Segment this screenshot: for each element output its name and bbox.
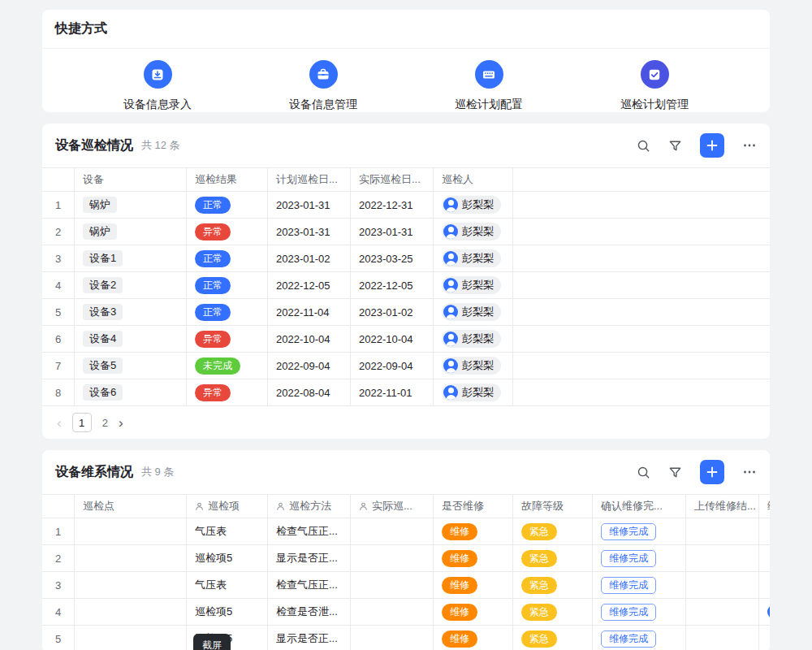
- device-cell[interactable]: 锅炉: [75, 192, 187, 218]
- table-row[interactable]: 2 巡检项5 显示是否正... 维修 紧急 维修完成: [42, 545, 770, 572]
- upload-cell[interactable]: [686, 572, 759, 598]
- plan-date-cell[interactable]: 2023-01-31: [268, 219, 351, 245]
- result-cell[interactable]: 异常: [187, 326, 268, 352]
- result-cell[interactable]: 异常: [187, 379, 268, 405]
- plan-date-cell[interactable]: 2023-01-02: [268, 245, 351, 271]
- actual-date-cell[interactable]: 2022-11-01: [351, 379, 434, 405]
- table-row[interactable]: 5 设备3 正常 2022-11-04 2023-01-02 彭梨梨: [42, 299, 770, 326]
- table-row[interactable]: 1 气压表 检查气压正... 维修 紧急 维修完成: [42, 518, 770, 545]
- repair-cell[interactable]: 维修: [434, 599, 513, 625]
- level-cell[interactable]: 紧急: [513, 572, 593, 598]
- shortcut-plan-manage[interactable]: 巡检计划管理: [572, 60, 737, 112]
- plan-date-cell[interactable]: 2022-10-04: [268, 326, 351, 352]
- level-cell[interactable]: 紧急: [513, 545, 593, 571]
- result-cell[interactable]: 未完成: [187, 353, 268, 379]
- device-cell[interactable]: 设备6: [75, 379, 187, 405]
- result-cell[interactable]: 正常: [187, 192, 268, 218]
- plan-date-cell[interactable]: 2022-11-04: [268, 299, 351, 325]
- point-cell[interactable]: [75, 626, 187, 650]
- column-header-actual-date[interactable]: 实际巡检日...: [351, 168, 434, 191]
- cut-cell[interactable]: [759, 572, 770, 598]
- column-header-level[interactable]: 故障等级: [513, 495, 593, 518]
- repair-cell[interactable]: 维修: [434, 626, 513, 650]
- actual-date-cell[interactable]: 2023-03-25: [351, 245, 434, 271]
- search-icon[interactable]: [637, 466, 650, 479]
- point-cell[interactable]: [75, 545, 187, 571]
- result-cell[interactable]: 正常: [187, 299, 268, 325]
- column-header-point[interactable]: 巡检点: [75, 495, 187, 518]
- table-row[interactable]: 7 设备5 未完成 2022-09-04 2022-09-04 彭梨梨: [42, 353, 770, 379]
- pagination-next-icon[interactable]: ›: [119, 416, 123, 430]
- column-header-device[interactable]: 设备: [75, 168, 187, 191]
- table-row[interactable]: 4 巡检项5 检查是否泄... 维修 紧急 维修完成: [42, 599, 770, 626]
- column-header-plan-date[interactable]: 计划巡检日...: [268, 168, 351, 191]
- confirm-repair-button[interactable]: 维修完成: [601, 523, 656, 540]
- person-cell[interactable]: 彭梨梨: [434, 192, 513, 218]
- plan-date-cell[interactable]: 2023-01-31: [268, 192, 351, 218]
- actual-cell[interactable]: [351, 572, 434, 598]
- confirm-repair-button[interactable]: 维修完成: [601, 577, 656, 594]
- confirm-cell[interactable]: 维修完成: [593, 599, 686, 625]
- add-record-button[interactable]: [700, 133, 724, 158]
- item-cell[interactable]: 气压表: [187, 518, 268, 544]
- plan-date-cell[interactable]: 2022-08-04: [268, 379, 351, 405]
- repair-cell[interactable]: 维修: [434, 545, 513, 571]
- confirm-cell[interactable]: 维修完成: [593, 572, 686, 598]
- actual-cell[interactable]: [351, 599, 434, 625]
- confirm-repair-button[interactable]: 维修完成: [601, 604, 656, 621]
- method-cell[interactable]: 检查气压正...: [268, 572, 351, 598]
- confirm-cell[interactable]: 维修完成: [593, 518, 686, 544]
- actual-date-cell[interactable]: 2022-12-05: [351, 272, 434, 298]
- level-cell[interactable]: 紧急: [513, 599, 593, 625]
- confirm-repair-button[interactable]: 维修完成: [601, 550, 656, 567]
- item-cell[interactable]: 巡检项5: [187, 545, 268, 571]
- actual-date-cell[interactable]: 2023-01-31: [351, 219, 434, 245]
- table-row[interactable]: 5 巡检项5 显示是否正... 维修 紧急 维修完成: [42, 626, 770, 650]
- person-cell[interactable]: 彭梨梨: [434, 245, 513, 271]
- add-record-button[interactable]: [700, 460, 724, 484]
- column-header-repair[interactable]: 是否维修: [434, 495, 513, 518]
- table-row[interactable]: 4 设备2 正常 2022-12-05 2022-12-05 彭梨梨: [42, 272, 770, 299]
- actual-date-cell[interactable]: 2022-09-04: [351, 353, 434, 379]
- point-cell[interactable]: [75, 572, 187, 598]
- pagination-page-2[interactable]: 2: [102, 417, 108, 429]
- item-cell[interactable]: 巡检项5: [187, 599, 268, 625]
- table-row[interactable]: 6 设备4 异常 2022-10-04 2022-10-04 彭梨梨: [42, 326, 770, 353]
- column-header-result[interactable]: 巡检结果: [187, 168, 268, 191]
- repair-cell[interactable]: 维修: [434, 518, 513, 544]
- level-cell[interactable]: 紧急: [513, 518, 593, 544]
- column-header-upload[interactable]: 上传维修结...: [686, 495, 759, 518]
- actual-cell[interactable]: [351, 626, 434, 650]
- cut-cell[interactable]: [759, 626, 770, 650]
- device-cell[interactable]: 设备1: [75, 245, 187, 271]
- plan-date-cell[interactable]: 2022-09-04: [268, 353, 351, 379]
- filter-icon[interactable]: [668, 466, 682, 479]
- upload-cell[interactable]: [686, 626, 759, 650]
- repair-cell[interactable]: 维修: [434, 572, 513, 598]
- device-cell[interactable]: 设备3: [75, 299, 187, 325]
- person-cell[interactable]: 彭梨梨: [434, 299, 513, 325]
- method-cell[interactable]: 检查是否泄...: [268, 599, 351, 625]
- search-icon[interactable]: [637, 139, 650, 153]
- device-cell[interactable]: 设备4: [75, 326, 187, 352]
- point-cell[interactable]: [75, 599, 187, 625]
- table-row[interactable]: 3 气压表 检查气压正... 维修 紧急 维修完成: [42, 572, 770, 599]
- upload-cell[interactable]: [686, 599, 759, 625]
- actual-date-cell[interactable]: 2023-01-02: [351, 299, 434, 325]
- more-options-icon[interactable]: [742, 138, 757, 153]
- filter-icon[interactable]: [668, 139, 682, 153]
- person-cell[interactable]: 彭梨梨: [434, 379, 513, 405]
- device-cell[interactable]: 锅炉: [75, 219, 187, 245]
- column-header-cut[interactable]: 维: [759, 495, 770, 518]
- method-cell[interactable]: 检查气压正...: [268, 518, 351, 544]
- cut-cell[interactable]: [759, 518, 770, 544]
- column-header-item[interactable]: 巡检项: [187, 495, 268, 518]
- actual-date-cell[interactable]: 2022-12-31: [351, 192, 434, 218]
- cut-cell[interactable]: [759, 599, 770, 625]
- confirm-cell[interactable]: 维修完成: [593, 626, 686, 650]
- pagination-page-1[interactable]: 1: [72, 413, 92, 432]
- person-cell[interactable]: 彭梨梨: [434, 272, 513, 298]
- shortcut-plan-config[interactable]: 巡检计划配置: [406, 60, 572, 112]
- table-row[interactable]: 1 锅炉 正常 2023-01-31 2022-12-31 彭梨梨: [42, 192, 770, 219]
- column-header-actual[interactable]: 实际巡...: [351, 495, 434, 518]
